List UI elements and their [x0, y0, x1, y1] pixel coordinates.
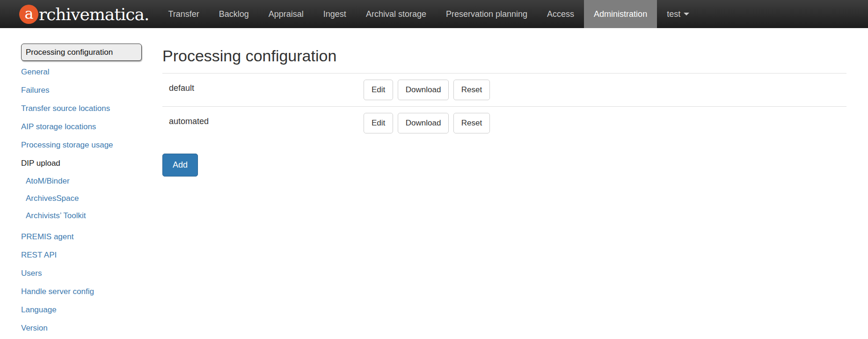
config-name: automated: [169, 113, 364, 126]
table-row-default: default Edit Download Reset: [162, 73, 846, 106]
page-title: Processing configuration: [162, 45, 846, 66]
sidebar-item-version: Version: [21, 319, 142, 337]
reset-button[interactable]: Reset: [453, 113, 490, 133]
archivematica-logo-icon: a: [19, 5, 38, 24]
brand-wordmark: rchivematica.: [39, 5, 149, 24]
sidebar-item-general: General: [21, 63, 142, 81]
sidebar-link-transfer-source-locations[interactable]: Transfer source locations: [21, 104, 110, 113]
sidebar-item-archivists-toolkit: Archivists’ Toolkit: [21, 207, 142, 224]
sidebar-link-handle-server-config[interactable]: Handle server config: [21, 287, 94, 296]
sidebar-item-processing-configuration[interactable]: Processing configuration: [21, 44, 142, 61]
sidebar-link-rest-api[interactable]: REST API: [21, 251, 57, 260]
sidebar-item-rest-api: REST API: [21, 246, 142, 264]
edit-button[interactable]: Edit: [364, 80, 393, 100]
sidebar-item-processing-storage-usage: Processing storage usage: [21, 136, 142, 154]
sidebar-item-archivesspace: ArchivesSpace: [21, 190, 142, 207]
sidebar-item-premis-agent: PREMIS agent: [21, 228, 142, 246]
caret-down-icon: [684, 13, 689, 15]
nav-item-ingest[interactable]: Ingest: [314, 0, 356, 28]
nav-item-appraisal[interactable]: Appraisal: [259, 0, 314, 28]
sidebar-link-language[interactable]: Language: [21, 305, 57, 315]
archivematica-logo[interactable]: archivematica.: [0, 0, 149, 28]
sidebar-item-transfer-source-locations: Transfer source locations: [21, 99, 142, 118]
sidebar-link-premis-agent[interactable]: PREMIS agent: [21, 232, 73, 242]
download-button[interactable]: Download: [398, 113, 449, 133]
reset-button[interactable]: Reset: [453, 80, 490, 100]
sidebar-link-archivesspace[interactable]: ArchivesSpace: [26, 194, 79, 203]
nav-item-administration[interactable]: Administration: [584, 0, 657, 28]
sidebar-link-version[interactable]: Version: [21, 324, 48, 333]
main-content: Processing configuration default Edit Do…: [162, 45, 846, 177]
sidebar-item-failures: Failures: [21, 81, 142, 99]
nav-item-backlog[interactable]: Backlog: [209, 0, 259, 28]
edit-button[interactable]: Edit: [364, 113, 393, 133]
sidebar-item-atom-binder: AtoM/Binder: [21, 172, 142, 190]
sidebar-active-label: Processing configuration: [26, 48, 113, 57]
sidebar-list: General Failures Transfer source locatio…: [21, 63, 142, 337]
nav-item-access[interactable]: Access: [537, 0, 584, 28]
sidebar-heading-dip-upload: DIP upload: [21, 154, 142, 172]
admin-sidebar: Processing configuration General Failure…: [21, 44, 142, 337]
row-actions: Edit Download Reset: [364, 80, 492, 100]
top-navbar: archivematica. Transfer Backlog Appraisa…: [0, 0, 868, 28]
download-button[interactable]: Download: [398, 80, 449, 100]
nav-item-archival-storage[interactable]: Archival storage: [356, 0, 436, 28]
sidebar-link-failures[interactable]: Failures: [21, 86, 49, 95]
sidebar-item-aip-storage-locations: AIP storage locations: [21, 118, 142, 136]
add-button[interactable]: Add: [162, 154, 198, 177]
sidebar-link-atom-binder[interactable]: AtoM/Binder: [26, 177, 70, 186]
sidebar-link-aip-storage-locations[interactable]: AIP storage locations: [21, 122, 96, 132]
sidebar-item-language: Language: [21, 301, 142, 319]
sidebar-item-users: Users: [21, 264, 142, 282]
sidebar-link-users[interactable]: Users: [21, 269, 42, 278]
sidebar-item-handle-server-config: Handle server config: [21, 282, 142, 301]
nav-item-transfer[interactable]: Transfer: [158, 0, 209, 28]
processing-config-table: default Edit Download Reset automated Ed…: [162, 73, 846, 140]
nav-item-preservation-planning[interactable]: Preservation planning: [436, 0, 537, 28]
sidebar-link-general[interactable]: General: [21, 67, 49, 77]
main-nav: Transfer Backlog Appraisal Ingest Archiv…: [158, 0, 657, 28]
user-menu[interactable]: test: [657, 0, 699, 28]
sidebar-link-processing-storage-usage[interactable]: Processing storage usage: [21, 140, 113, 150]
row-actions: Edit Download Reset: [364, 113, 492, 133]
config-name: default: [169, 80, 364, 93]
table-row-automated: automated Edit Download Reset: [162, 106, 846, 140]
sidebar-link-archivists-toolkit[interactable]: Archivists’ Toolkit: [26, 211, 86, 221]
user-menu-label: test: [667, 9, 680, 19]
